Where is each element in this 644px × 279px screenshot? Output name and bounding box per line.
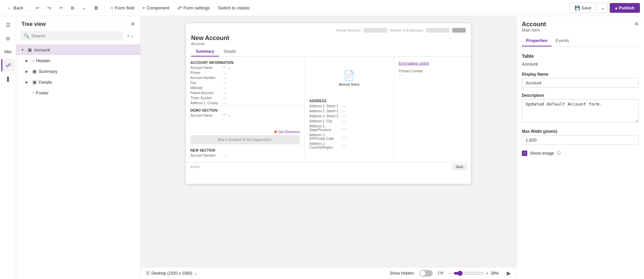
cut-button[interactable]: ✂ [56, 3, 66, 12]
add-icon-2: + [142, 5, 145, 10]
display-name-input[interactable] [522, 78, 639, 88]
globe-button[interactable]: ▶ [507, 270, 511, 276]
tree-item-footer[interactable]: ▶ ▫ Footer [16, 87, 140, 98]
table-icon-2: ▣ [32, 69, 37, 74]
max-width-input[interactable] [522, 135, 639, 145]
topbar-box-1 [364, 28, 387, 33]
map-disabled-text: Map is disabled for this organization. [218, 138, 272, 142]
publish-button[interactable]: ▴ Publish [610, 3, 640, 13]
save-button[interactable]: 💾 Save [570, 3, 596, 13]
display-name-label: Display Name [522, 72, 639, 77]
show-image-checkbox[interactable]: ✓ [522, 151, 527, 156]
section-title-account-info: ACCOUNT INFORMATION [186, 59, 305, 65]
right-panel-header: Account Main form ✕ [516, 16, 644, 35]
max-width-label: Max Width (pixels) [522, 129, 639, 134]
tree-item-summary-label: Summary [39, 69, 58, 74]
redo-button[interactable]: ↪ [44, 3, 55, 12]
tree-search-box[interactable]: 🔍 [20, 31, 123, 40]
form-field-street3: Address 1: Street 3 — [305, 114, 394, 119]
form-field-demo-account-name: Account Name * — [186, 113, 305, 118]
show-hidden-toggle[interactable] [419, 270, 433, 277]
grid-icon-button[interactable]: ❚ [2, 73, 14, 85]
toolbar: ← Back ↩ ↪ ✂ ⧉ ⌄ 🗑 + Form field + Compon… [0, 0, 644, 16]
demo-section-title: Demo Section [186, 107, 305, 113]
cut-icon: ✂ [59, 5, 63, 10]
form-field-street1: Address 1: Street 1 — [305, 104, 394, 109]
tree-close-button[interactable]: ✕ [131, 21, 135, 27]
publish-icon: ▴ [615, 5, 617, 10]
desktop-size-button[interactable]: ☵ Desktop (1920 x 1080) ⌄ [146, 271, 197, 276]
tree-item-footer-label: Footer [36, 90, 49, 95]
max-width-group: Max Width (pixels) [522, 129, 639, 145]
delete-icon: 🗑 [94, 5, 98, 10]
description-textarea[interactable]: Updated default Account form. [522, 99, 639, 123]
switch-classic-button[interactable]: Switch to classic [215, 3, 253, 12]
table-icon-3: ▣ [32, 79, 37, 85]
form-tab-summary[interactable]: Summary [191, 47, 219, 56]
main-area: ☰ ⊛ Abc ☍ ❚ Tree view ✕ 🔍 ▿ ⌄ ▼ ▣ Acc [0, 16, 644, 279]
desktop-label: Desktop (1920 x 1080) [151, 271, 192, 276]
show-image-row: ✓ Show image ⓘ [522, 150, 639, 156]
component-button[interactable]: + Component [139, 3, 173, 12]
save-dropdown-button[interactable]: ⌄ [598, 3, 608, 13]
zoom-controls: − + 39% [449, 271, 501, 276]
chevron-right-icon-1: ▶ [26, 59, 30, 63]
search-input[interactable] [31, 33, 119, 38]
delete-button[interactable]: 🗑 [91, 3, 102, 12]
form-tab-details[interactable]: Details [219, 47, 241, 56]
show-image-label: Show image [530, 151, 554, 156]
chevron-down-icon: ⌄ [601, 5, 605, 10]
divider-2 [104, 4, 105, 12]
right-tab-events[interactable]: Events [551, 35, 573, 46]
error-loading-link[interactable]: Error loading control [394, 59, 471, 67]
tree-item-details[interactable]: ▶ ▣ Details [16, 77, 140, 87]
table-icon: ▣ [28, 47, 32, 52]
right-tab-properties[interactable]: Properties [522, 35, 551, 46]
component-label: Component [147, 5, 169, 10]
footer-save-button[interactable]: Save [453, 164, 466, 170]
tree-search-row: 🔍 ▿ ⌄ [16, 30, 140, 43]
redo-icon: ↪ [47, 5, 51, 10]
back-button[interactable]: ← Back [4, 3, 27, 12]
hamburger-icon-button[interactable]: ☰ [2, 19, 14, 31]
zoom-in-button[interactable]: + [486, 271, 489, 276]
form-topbar: Annual Revenue Number of Employees [191, 27, 466, 35]
zoom-out-button[interactable]: − [449, 271, 452, 276]
tree-item-account[interactable]: ▼ ▣ Account [16, 44, 140, 55]
tree-item-summary[interactable]: ▶ ▣ Summary [16, 66, 140, 77]
form-field-phone: Phone — [186, 70, 305, 75]
topbar-label2: Number of Employees [390, 29, 423, 32]
get-directions-link[interactable]: 📌 Get Directions [190, 130, 300, 134]
toolbar-right: 💾 Save ⌄ ▴ Publish [570, 3, 640, 13]
tree-header: Tree view ✕ [16, 16, 140, 30]
layers-icon-button[interactable]: ☍ [1, 59, 15, 71]
form-footer: Action Save [186, 162, 471, 171]
more-button[interactable]: ⌄ [79, 3, 89, 12]
address-section-title: ADDRESS [305, 98, 394, 104]
text-icon-button[interactable]: Abc [2, 46, 14, 58]
form-preview-header: Annual Revenue Number of Employees New A… [186, 23, 471, 57]
primary-contact: Primary Contact — [394, 67, 471, 79]
canvas-bottombar: ☵ Desktop (1920 x 1080) ⌄ Show Hidden Of… [141, 267, 516, 279]
form-preview: Annual Revenue Number of Employees New A… [185, 23, 471, 184]
error-link-text: Error loading control [399, 62, 429, 65]
canvas-area: Annual Revenue Number of Employees New A… [141, 16, 516, 279]
form-field-button[interactable]: + Form field [107, 3, 138, 12]
info-icon[interactable]: ⓘ [557, 150, 561, 156]
form-field-address-county: Address 1: County — [186, 101, 305, 106]
form-settings-button[interactable]: ☍ Form settings [174, 3, 213, 12]
timeline-icon: 📄 [343, 70, 355, 81]
right-panel-close-button[interactable]: ✕ [634, 21, 639, 27]
filter-button[interactable]: ▿ ⌄ [125, 32, 136, 40]
table-group: Table Account [522, 53, 639, 67]
form-settings-icon: ☍ [177, 5, 182, 10]
apps-icon-button[interactable]: ⊛ [2, 32, 14, 44]
tree-view-title: Tree view [22, 21, 46, 27]
divider-1 [29, 4, 30, 12]
zoom-slider[interactable] [454, 271, 484, 276]
undo-button[interactable]: ↩ [32, 3, 43, 12]
topbar-user [452, 28, 466, 33]
back-label: Back [13, 5, 23, 10]
tree-item-header[interactable]: ▶ ▫ Header [16, 55, 140, 66]
copy-button[interactable]: ⧉ [68, 3, 77, 13]
